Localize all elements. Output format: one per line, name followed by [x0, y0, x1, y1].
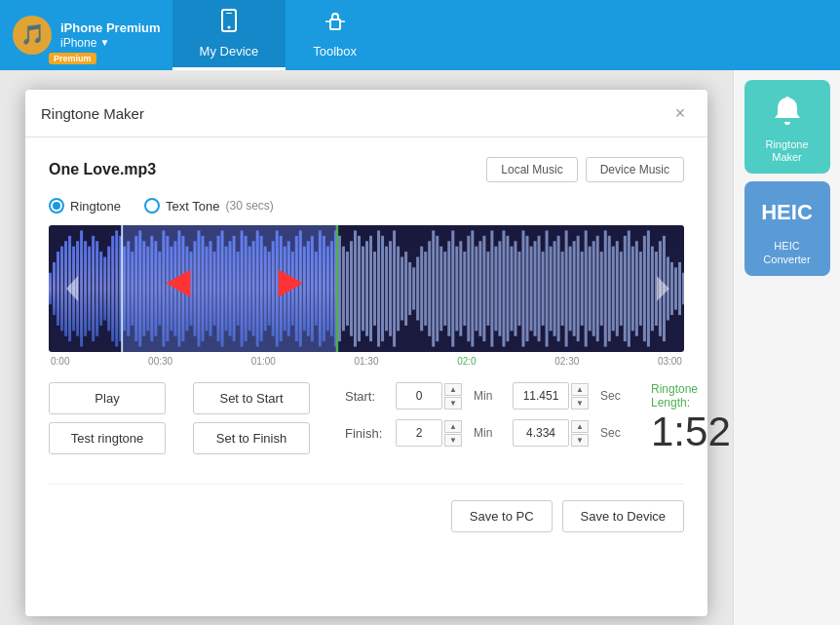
logo-text: iPhone Premium iPhone ▼ — [60, 20, 161, 50]
tab-my-device[interactable]: My Device — [172, 0, 286, 70]
svg-rect-111 — [455, 247, 458, 332]
bell-icon — [766, 90, 809, 133]
svg-rect-108 — [443, 252, 446, 326]
setpoint-buttons: Set to Start Set to Finish — [193, 382, 310, 454]
topbar: 🎵 iPhone Premium iPhone ▼ Premium My Dev… — [0, 0, 840, 70]
svg-rect-138 — [561, 252, 564, 326]
premium-badge: Premium — [49, 53, 96, 64]
svg-rect-106 — [436, 236, 439, 341]
svg-rect-84 — [350, 241, 353, 336]
controls-area: Play Test ringtone Set to Start Set to F… — [49, 382, 684, 454]
start-min-arrows: ▲ ▼ — [444, 383, 462, 410]
test-ringtone-button[interactable]: Test ringtone — [49, 422, 166, 454]
start-sec-up[interactable]: ▲ — [571, 383, 589, 396]
svg-rect-118 — [482, 236, 485, 341]
start-sec-spinner: ▲ ▼ — [513, 382, 589, 410]
svg-rect-159 — [643, 236, 646, 341]
finish-min-arrows: ▲ ▼ — [444, 420, 462, 447]
svg-rect-125 — [510, 247, 513, 332]
svg-rect-117 — [478, 241, 481, 336]
finish-sec-down[interactable]: ▼ — [571, 434, 589, 447]
svg-rect-110 — [451, 230, 454, 346]
radio-ringtone-label: Ringtone — [70, 199, 121, 214]
svg-rect-18 — [92, 236, 95, 341]
svg-rect-148 — [600, 252, 603, 326]
start-min-down[interactable]: ▼ — [444, 397, 462, 410]
finish-sec-input[interactable] — [513, 419, 569, 447]
spinners-area: Start: ▲ ▼ Min ▲ — [345, 382, 631, 447]
svg-rect-129 — [526, 236, 529, 341]
svg-rect-9 — [57, 252, 59, 326]
svg-rect-7 — [49, 273, 52, 305]
sidebar-item-heic-converter[interactable]: HEIC HEIC Converter — [745, 181, 830, 275]
set-finish-button[interactable]: Set to Finish — [193, 422, 310, 454]
svg-rect-16 — [84, 241, 87, 336]
svg-rect-24 — [115, 230, 118, 346]
svg-rect-112 — [459, 241, 462, 336]
svg-rect-158 — [639, 252, 642, 326]
finish-min-input[interactable] — [396, 419, 442, 447]
waveform-svg — [49, 225, 684, 352]
left-buttons: Play Test ringtone — [49, 382, 166, 454]
svg-rect-82 — [342, 247, 345, 332]
radio-ringtone[interactable]: Ringtone — [49, 198, 121, 214]
svg-rect-97 — [401, 257, 403, 321]
device-music-button[interactable]: Device Music — [586, 157, 684, 182]
start-sec-down[interactable]: ▼ — [571, 397, 589, 410]
svg-rect-145 — [589, 247, 592, 332]
svg-rect-170 — [122, 225, 337, 352]
svg-rect-147 — [596, 236, 599, 341]
start-min-input[interactable] — [396, 382, 442, 410]
toolbox-icon — [323, 9, 348, 40]
svg-rect-152 — [616, 241, 619, 336]
svg-rect-157 — [635, 241, 638, 336]
radio-texttone-label: Text Tone — [166, 199, 219, 214]
svg-rect-104 — [428, 241, 431, 336]
radio-texttone[interactable]: Text Tone (30 secs) — [144, 198, 274, 214]
svg-rect-99 — [408, 262, 411, 315]
svg-rect-102 — [420, 247, 423, 332]
start-label: Start: — [345, 389, 388, 404]
save-to-pc-button[interactable]: Save to PC — [451, 500, 553, 532]
start-min-up[interactable]: ▲ — [444, 383, 462, 396]
svg-rect-83 — [346, 252, 349, 326]
start-min-unit: Min — [474, 389, 501, 403]
svg-rect-153 — [620, 252, 623, 326]
svg-rect-132 — [538, 236, 541, 341]
tab-toolbox[interactable]: Toolbox — [286, 0, 384, 70]
local-music-button[interactable]: Local Music — [486, 157, 577, 182]
svg-point-3 — [227, 26, 230, 29]
sidebar-item-ringtone-maker[interactable]: Ringtone Maker — [745, 80, 830, 174]
svg-rect-98 — [404, 252, 407, 326]
play-button[interactable]: Play — [49, 382, 166, 414]
svg-rect-94 — [389, 241, 392, 336]
save-to-device-button[interactable]: Save to Device — [562, 500, 684, 532]
bottom-buttons: Save to PC Save to Device — [49, 484, 684, 532]
heic-icon: HEIC — [766, 191, 809, 234]
finish-sec-up[interactable]: ▲ — [571, 420, 589, 433]
svg-rect-92 — [381, 236, 384, 341]
svg-rect-90 — [373, 252, 376, 326]
finish-label: Finish: — [345, 426, 388, 441]
start-sec-input[interactable] — [513, 382, 569, 410]
svg-rect-139 — [565, 230, 568, 346]
svg-rect-143 — [581, 252, 584, 326]
svg-rect-156 — [631, 247, 634, 332]
time-label-1: 00:30 — [148, 356, 172, 367]
finish-row: Finish: ▲ ▼ Min ▲ — [345, 419, 631, 447]
waveform-container[interactable] — [49, 225, 684, 352]
finish-min-up[interactable]: ▲ — [444, 420, 462, 433]
svg-rect-134 — [546, 230, 549, 346]
svg-rect-130 — [530, 247, 533, 332]
svg-rect-154 — [624, 236, 627, 341]
finish-min-down[interactable]: ▼ — [444, 434, 462, 447]
modal-close-button[interactable]: × — [668, 101, 692, 125]
app-logo: 🎵 — [12, 15, 53, 56]
logo-area[interactable]: 🎵 iPhone Premium iPhone ▼ Premium — [0, 0, 172, 70]
svg-rect-166 — [670, 262, 673, 315]
set-start-button[interactable]: Set to Start — [193, 382, 310, 414]
svg-rect-122 — [498, 241, 501, 336]
svg-rect-169 — [682, 273, 684, 305]
svg-rect-95 — [393, 230, 396, 346]
svg-rect-15 — [80, 230, 83, 346]
